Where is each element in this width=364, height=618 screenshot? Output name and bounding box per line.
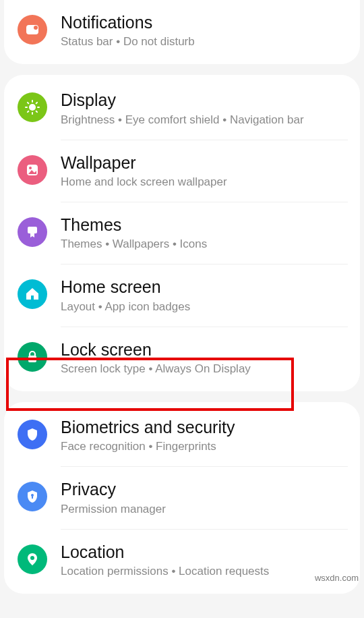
settings-item-text: WallpaperHome and lock screen wallpaper [61,152,346,190]
settings-item-privacy[interactable]: PrivacyPermission manager [4,467,360,528]
settings-item-title: Lock screen [61,339,346,360]
svg-point-12 [29,167,32,169]
settings-item-homescreen[interactable]: Home screenLayout • App icon badges [4,264,360,326]
settings-item-title: Home screen [61,277,346,298]
settings-item-subtitle: Permission manager [61,502,346,517]
lock-icon [18,342,47,372]
settings-item-biometrics[interactable]: Biometrics and securityFace recognition … [4,405,360,466]
settings-item-text: Biometrics and securityFace recognition … [61,417,346,454]
notifications-icon [18,15,47,45]
settings-item-wallpaper[interactable]: WallpaperHome and lock screen wallpaper [4,140,360,202]
settings-item-text: Home screenLayout • App icon badges [61,277,346,314]
settings-item-subtitle: Screen lock type • Always On Display [61,362,346,376]
settings-item-text: NotificationsStatus bar • Do not disturb [61,12,346,49]
svg-rect-14 [28,356,36,362]
settings-item-subtitle: Layout • App icon badges [61,300,346,314]
settings-item-location[interactable]: LocationLocation permissions • Location … [4,530,360,591]
home-icon [18,279,47,309]
display-icon [18,92,47,122]
settings-item-subtitle: Brightness • Eye comfort shield • Naviga… [61,113,346,128]
settings-group: Biometrics and securityFace recognition … [4,402,360,594]
settings-item-title: Location [61,542,346,563]
svg-point-17 [30,556,34,560]
settings-item-subtitle: Location permissions • Location requests [61,564,346,579]
privacy-icon [18,482,47,511]
settings-item-text: DisplayBrightness • Eye comfort shield •… [61,90,346,127]
themes-icon [18,217,47,247]
settings-item-text: PrivacyPermission manager [61,479,346,516]
settings-item-themes[interactable]: ThemesThemes • Wallpapers • Icons [4,202,360,264]
svg-point-1 [34,26,38,30]
shield-icon [18,420,47,449]
svg-line-10 [36,103,37,103]
settings-item-notifications[interactable]: NotificationsStatus bar • Do not disturb [4,0,360,61]
svg-line-7 [28,103,28,103]
wallpaper-icon [18,155,47,185]
svg-rect-13 [28,227,37,233]
location-icon [18,544,47,574]
settings-item-subtitle: Themes • Wallpapers • Icons [61,237,346,252]
settings-group: NotificationsStatus bar • Do not disturb [4,0,360,64]
settings-item-subtitle: Face recognition • Fingerprints [61,439,346,454]
settings-item-display[interactable]: DisplayBrightness • Eye comfort shield •… [4,78,360,139]
settings-item-title: Themes [61,215,346,235]
settings-item-lockscreen[interactable]: Lock screenScreen lock type • Always On … [4,327,360,389]
settings-item-subtitle: Home and lock screen wallpaper [61,175,346,190]
settings-item-title: Display [61,90,346,111]
settings-item-title: Biometrics and security [61,417,346,438]
settings-group: DisplayBrightness • Eye comfort shield •… [4,75,360,391]
settings-item-title: Privacy [61,479,346,500]
settings-item-text: ThemesThemes • Wallpapers • Icons [61,215,346,252]
svg-rect-16 [32,496,33,499]
watermark-text: wsxdn.com [315,573,359,583]
settings-item-text: Lock screenScreen lock type • Always On … [61,339,346,376]
settings-item-title: Wallpaper [61,152,346,173]
svg-line-8 [36,111,37,112]
svg-line-9 [28,111,28,112]
settings-item-subtitle: Status bar • Do not disturb [61,34,346,49]
svg-point-2 [29,104,36,111]
settings-item-text: LocationLocation permissions • Location … [61,542,346,579]
settings-item-title: Notifications [61,12,346,33]
